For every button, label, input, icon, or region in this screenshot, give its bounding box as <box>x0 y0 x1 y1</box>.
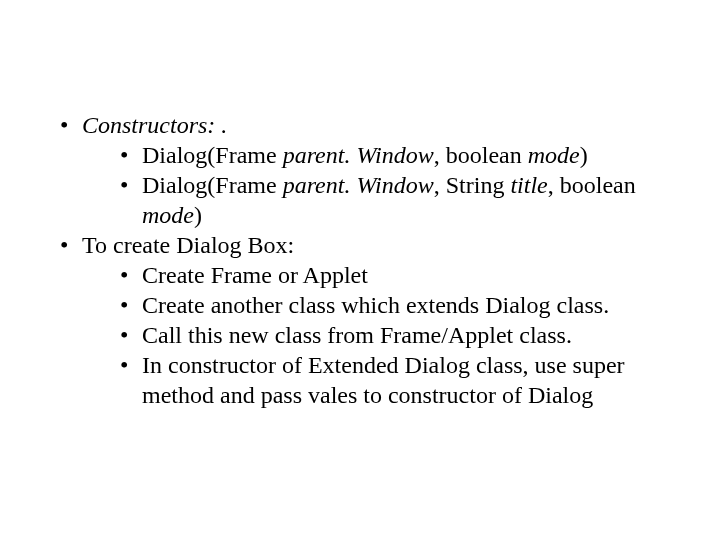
outer-item-constructors: Constructors: . Dialog(Frame parent. Win… <box>60 110 660 230</box>
outer-list: Constructors: . Dialog(Frame parent. Win… <box>60 110 660 410</box>
italic-text: mode <box>142 202 194 228</box>
italic-text: title <box>510 172 547 198</box>
inner-list-steps: Create Frame or Applet Create another cl… <box>82 260 660 410</box>
outer-label: Constructors: . <box>82 112 227 138</box>
plain-text: ) <box>194 202 202 228</box>
plain-text: ) <box>580 142 588 168</box>
outer-item-create-dialog: To create Dialog Box: Create Frame or Ap… <box>60 230 660 410</box>
plain-text: Dialog(Frame <box>142 172 283 198</box>
plain-text: Call this new class from Frame/Applet cl… <box>142 322 572 348</box>
inner-item: Create another class which extends Dialo… <box>120 290 660 320</box>
italic-text: parent. Window <box>283 142 434 168</box>
outer-label: To create Dialog Box: <box>82 232 294 258</box>
inner-list-constructors: Dialog(Frame parent. Window, boolean mod… <box>82 140 660 230</box>
plain-text: , boolean <box>434 142 528 168</box>
plain-text: , String <box>434 172 511 198</box>
italic-text: mode <box>528 142 580 168</box>
slide-body: Constructors: . Dialog(Frame parent. Win… <box>0 0 720 540</box>
plain-text: Dialog(Frame <box>142 142 283 168</box>
inner-item: In constructor of Extended Dialog class,… <box>120 350 660 410</box>
plain-text: , boolean <box>548 172 636 198</box>
inner-item: Create Frame or Applet <box>120 260 660 290</box>
inner-item: Call this new class from Frame/Applet cl… <box>120 320 660 350</box>
italic-text: parent. Window <box>283 172 434 198</box>
inner-item: Dialog(Frame parent. Window, boolean mod… <box>120 140 660 170</box>
plain-text: In constructor of Extended Dialog class,… <box>142 352 625 408</box>
inner-item: Dialog(Frame parent. Window, String titl… <box>120 170 660 230</box>
plain-text: Create Frame or Applet <box>142 262 368 288</box>
plain-text: Create another class which extends Dialo… <box>142 292 609 318</box>
